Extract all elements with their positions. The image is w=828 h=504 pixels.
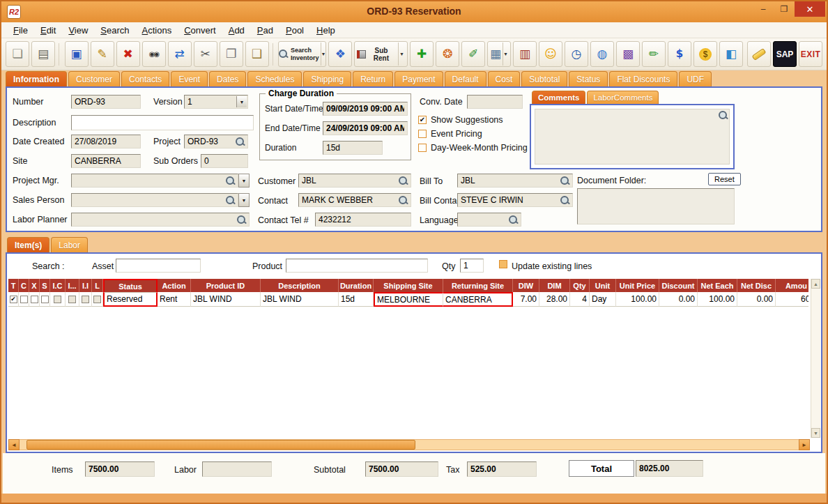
chevron-down-icon[interactable] xyxy=(236,96,247,107)
cell-l-checkbox[interactable] xyxy=(92,292,103,307)
menu-pad[interactable]: Pad xyxy=(251,24,279,37)
tab-shipping[interactable]: Shipping xyxy=(303,71,351,86)
cell-net-each[interactable]: 100.00 xyxy=(698,292,737,307)
reset-button[interactable]: Reset xyxy=(708,173,741,185)
lookup-icon[interactable] xyxy=(237,215,246,224)
globe-button[interactable]: ◍ xyxy=(590,41,614,67)
lookup-icon[interactable] xyxy=(236,137,245,146)
show-suggestions-checkbox[interactable] xyxy=(418,116,427,124)
cell-unit-price[interactable]: 100.00 xyxy=(616,292,659,307)
menu-file[interactable]: File xyxy=(7,24,34,37)
delete-button[interactable]: ✖ xyxy=(116,41,140,67)
col-duration[interactable]: Duration xyxy=(339,279,374,292)
comments-lookup-icon[interactable] xyxy=(719,111,728,120)
bill-to-field[interactable]: JBL xyxy=(457,174,573,188)
lookup-icon[interactable] xyxy=(399,176,408,185)
maximize-button[interactable]: ❐ xyxy=(774,1,795,17)
tab-information[interactable]: Information xyxy=(6,71,67,86)
col-i[interactable]: I... xyxy=(66,279,79,292)
col-returning-site[interactable]: Returning Site xyxy=(443,279,513,292)
lookup-icon[interactable] xyxy=(399,196,408,205)
cell-action[interactable]: Rent xyxy=(158,292,191,307)
chevron-down-icon[interactable] xyxy=(398,43,405,66)
tab-contacts[interactable]: Contacts xyxy=(121,71,169,86)
cell-ii-checkbox[interactable] xyxy=(79,292,92,307)
tab-dates[interactable]: Dates xyxy=(209,71,246,86)
col-diw[interactable]: DIW xyxy=(513,279,539,292)
cell-unit[interactable]: Day xyxy=(590,292,616,307)
cell-dim[interactable]: 28.00 xyxy=(539,292,570,307)
cell-qty[interactable]: 4 xyxy=(570,292,590,307)
lookup-icon[interactable] xyxy=(509,215,518,224)
menu-help[interactable]: Help xyxy=(310,24,342,37)
col-ii[interactable]: I.I xyxy=(79,279,92,292)
cell-status[interactable]: Reserved xyxy=(103,292,158,307)
horizontal-scroll-track[interactable] xyxy=(20,439,799,450)
vertical-scroll-track[interactable] xyxy=(811,289,820,428)
tab-comments[interactable]: Comments xyxy=(532,91,585,104)
scroll-right-button[interactable]: ► xyxy=(799,439,810,450)
grid-button[interactable]: ▦ xyxy=(487,41,511,67)
export-button[interactable]: ⇄ xyxy=(168,41,192,67)
col-net-disc[interactable]: Net Disc xyxy=(737,279,776,292)
lookup-icon[interactable] xyxy=(226,196,235,205)
cell-c-checkbox[interactable] xyxy=(19,292,29,307)
tab-return[interactable]: Return xyxy=(353,71,393,86)
col-l[interactable]: L xyxy=(92,279,103,292)
col-t[interactable]: T xyxy=(8,279,19,292)
col-product-id[interactable]: Product ID xyxy=(191,279,261,292)
document-folder-box[interactable] xyxy=(577,188,735,224)
find-button[interactable]: ◉◉ xyxy=(142,41,166,67)
site-print-button[interactable]: ▥ xyxy=(513,41,537,67)
tab-labor-comments[interactable]: LaborComments xyxy=(587,91,659,104)
add-button[interactable]: ✚ xyxy=(410,41,434,67)
lookup-icon[interactable] xyxy=(226,176,235,185)
asset-input[interactable] xyxy=(116,259,201,273)
date-created-field[interactable]: 27/08/2019 xyxy=(71,135,141,148)
lookup-icon[interactable] xyxy=(560,196,569,205)
tab-payment[interactable]: Payment xyxy=(394,71,443,86)
tab-schedules[interactable]: Schedules xyxy=(247,71,302,86)
contact-field[interactable]: MARK C WEBBER xyxy=(298,193,411,207)
col-dim[interactable]: DIM xyxy=(539,279,570,292)
cell-ic-checkbox[interactable] xyxy=(50,292,66,307)
edit-note-button[interactable]: ✏ xyxy=(642,41,666,67)
cell-shipping-site[interactable]: MELBOURNE xyxy=(374,292,443,307)
cell-description[interactable]: JBL WIND xyxy=(261,292,339,307)
cell-t-checkbox[interactable] xyxy=(8,292,19,307)
number-field[interactable]: ORD-93 xyxy=(71,95,141,109)
cell-returning-site[interactable]: CANBERRA xyxy=(443,292,513,307)
print-button[interactable]: ▤ xyxy=(31,41,55,67)
sub-rent-button[interactable]: Sub Rent xyxy=(354,41,408,67)
sub-orders-field[interactable]: 0 xyxy=(201,154,248,168)
cut-button[interactable]: ✂ xyxy=(194,41,217,67)
end-datetime-field[interactable]: 24/09/2019 09:00 AM xyxy=(323,121,408,135)
version-field[interactable]: 1 xyxy=(184,95,248,109)
col-c[interactable]: C xyxy=(19,279,29,292)
menu-view[interactable]: View xyxy=(62,24,94,37)
product-input[interactable] xyxy=(286,259,428,273)
vertical-scrollbar[interactable]: ▲ ▼ xyxy=(811,279,820,438)
cell-diw[interactable]: 7.00 xyxy=(513,292,539,307)
customer-field[interactable]: JBL xyxy=(298,174,411,188)
tab-status[interactable]: Status xyxy=(569,71,608,86)
menu-edit[interactable]: Edit xyxy=(34,24,62,37)
site-field[interactable]: CANBERRA xyxy=(71,154,141,168)
description-field[interactable] xyxy=(71,115,254,130)
chevron-down-icon[interactable] xyxy=(321,43,326,66)
col-description[interactable]: Description xyxy=(261,279,339,292)
scroll-left-button[interactable]: ◄ xyxy=(8,439,20,450)
tab-udf[interactable]: UDF xyxy=(679,71,712,86)
table-row[interactable]: Reserved Rent JBL WIND JBL WIND 15d MELB… xyxy=(8,292,808,307)
col-ic[interactable]: I.C xyxy=(50,279,66,292)
minimize-button[interactable]: – xyxy=(753,1,774,17)
exit-button[interactable]: EXIT xyxy=(799,41,822,67)
search-inventory-button[interactable]: Search Inventory xyxy=(278,41,326,67)
cubes-button[interactable]: ▩ xyxy=(616,41,640,67)
cell-duration[interactable]: 15d xyxy=(339,292,374,307)
save-button[interactable]: ▣ xyxy=(65,41,89,67)
project-mgr-dropdown[interactable] xyxy=(238,174,250,188)
col-s[interactable]: S xyxy=(40,279,50,292)
cell-discount[interactable]: 0.00 xyxy=(659,292,698,307)
cell-x-checkbox[interactable] xyxy=(29,292,40,307)
